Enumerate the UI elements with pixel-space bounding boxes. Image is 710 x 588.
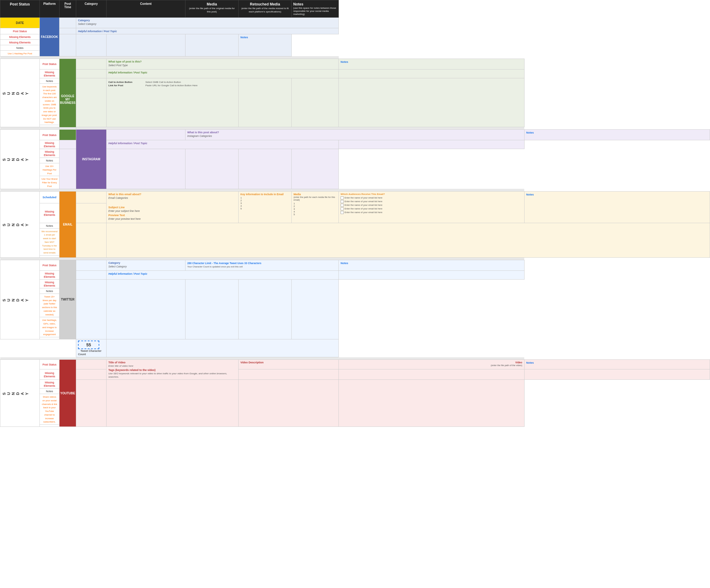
yt-notes-2[interactable]: [524, 370, 710, 380]
email-missing-cell: Missing Elements: [40, 204, 60, 223]
email-notes-top[interactable]: Notes: [524, 191, 710, 223]
fb-media-area[interactable]: [106, 34, 186, 56]
ig-time2[interactable]: [60, 140, 76, 149]
audience-row-5: Enter the name of your email list here: [340, 211, 522, 214]
fb-post-time[interactable]: [60, 18, 76, 28]
audience-row-4: Enter the name of your email list here: [340, 207, 522, 210]
fb-missing1-cell: Missing Elements: [0, 34, 40, 40]
gmb-notes-label-cell: Notes: [40, 78, 60, 84]
fb-retouched-area[interactable]: [186, 34, 239, 56]
spacer-3: [0, 189, 710, 191]
ig-missing1-cell: Missing Elements: [40, 140, 60, 149]
tw-missing2-row: Missing Elements: [0, 279, 710, 288]
divider-5: [0, 357, 524, 360]
divider-2: [0, 127, 524, 130]
tw-retouched[interactable]: [239, 279, 292, 339]
header-media: Media (enter the file path of the origin…: [186, 0, 239, 18]
gmb-time2[interactable]: [76, 69, 106, 78]
tw-category: Category Select Category: [106, 260, 186, 271]
yt-desc-cont[interactable]: [239, 370, 339, 380]
ig-retouched[interactable]: [239, 149, 292, 189]
fb-post-status-cell: Post Status: [0, 28, 40, 34]
tw-notes-2[interactable]: [339, 271, 524, 279]
audience-checkbox-2[interactable]: [340, 200, 344, 203]
gmb-post-time[interactable]: [76, 58, 106, 69]
gmb-time3[interactable]: [76, 78, 106, 127]
gmb-notes-2[interactable]: [339, 69, 524, 78]
tw-notetext2-cell: Use hashtags, GIFs, video, and images to…: [40, 317, 60, 337]
email-time1[interactable]: [76, 191, 106, 204]
email-time3[interactable]: [76, 223, 106, 257]
youtube-section: SUNDAY Post Status YOUTUBE Title of Vide…: [0, 360, 710, 370]
email-audience: Which Audiences Receive This Email? Ente…: [339, 191, 524, 223]
ig-notes-2[interactable]: [339, 140, 524, 149]
gmb-notes-top[interactable]: Notes: [339, 58, 524, 69]
yt-notetext-cell: Share videos on your social channels & l…: [40, 394, 60, 425]
ig-time1[interactable]: [106, 130, 186, 140]
twitter-status-cell: Post Status: [40, 260, 60, 271]
tw-time3[interactable]: [76, 279, 106, 339]
tw-char-limit: 280 Character Limit - The Average Tweet …: [186, 260, 339, 271]
yt-notes-cell: Notes: [40, 389, 60, 394]
tw-content[interactable]: [106, 279, 186, 339]
email-extra[interactable]: [106, 223, 710, 257]
yt-time1[interactable]: [76, 360, 106, 370]
tw-notes-top[interactable]: Notes: [339, 260, 524, 271]
tw-notes-area[interactable]: [292, 279, 339, 339]
tw-time2[interactable]: [76, 271, 106, 279]
email-section: SUNDAY Scheduled EMAIL What is this emai…: [0, 191, 710, 204]
yt-video-desc: Video Description: [239, 360, 339, 370]
gmb-post-type: What type of post is this? Select Post T…: [106, 58, 339, 69]
fb-notes-area[interactable]: Notes: [239, 34, 292, 56]
yt-notes-area[interactable]: [339, 380, 524, 427]
ig-media[interactable]: [186, 149, 239, 189]
tw-count-spacer1: [0, 339, 40, 357]
tw-helpful: Helpful Information / Post Topic: [106, 271, 339, 279]
fb-content-area[interactable]: [76, 34, 106, 56]
gmb-media[interactable]: [239, 78, 292, 127]
yt-notes-top[interactable]: Notes: [524, 360, 710, 370]
ig-notes-top[interactable]: Notes: [524, 130, 710, 140]
fb-post-time2[interactable]: [60, 28, 76, 34]
divider-3: [0, 189, 524, 191]
gmb-section: SUNDAY Post Status GOOGLE MY BUSINESS Wh…: [0, 58, 710, 69]
audience-checkbox-5[interactable]: [340, 211, 344, 214]
yt-missing2-row: Missing Elements: [0, 380, 710, 389]
platform-email: EMAIL: [60, 191, 76, 257]
tw-count-extra[interactable]: [106, 339, 339, 357]
yt-file-cont[interactable]: [339, 370, 524, 380]
audience-checkbox-1[interactable]: [340, 196, 344, 199]
ig-time3[interactable]: [60, 149, 76, 189]
fb-time-span[interactable]: [60, 34, 76, 56]
twitter-day-cell: SUNDAY: [0, 260, 40, 339]
audience-row-1: Enter the name of your email list here: [340, 196, 522, 199]
tw-media[interactable]: [186, 279, 239, 339]
tw-missing1-cell: Missing Elements: [40, 271, 60, 279]
header-row: Post Status Platform Post Time Category …: [0, 0, 710, 18]
tw-notes-cell: Notes: [40, 288, 60, 293]
tw-time1[interactable]: [76, 260, 106, 271]
email-media-area: Media (enter the path for each media fil…: [292, 191, 339, 223]
instagram-section: SUNDAY Post Status INSTAGRAM What is thi…: [0, 130, 710, 140]
facebook-missing1-row: Missing Elements Notes: [0, 34, 710, 40]
gmb-retouched[interactable]: [292, 78, 339, 127]
platform-youtube: YOUTUBE: [60, 360, 76, 427]
yt-media[interactable]: [239, 380, 339, 427]
header-retouched: Retouched Media (enter the file path of …: [239, 0, 292, 18]
tw-count-display-row: 55 Tweet Character Count: [0, 339, 710, 357]
yt-time3[interactable]: [76, 380, 106, 427]
platform-facebook: FACEBOOK: [40, 18, 60, 56]
audience-checkbox-3[interactable]: [340, 204, 344, 207]
gmb-notetext-cell: Use keywords in each post. The first 100…: [40, 84, 60, 125]
tweet-count-display: 55: [78, 340, 99, 349]
audience-row-2: Enter the name of your email list here: [340, 200, 522, 203]
yt-extra-cell: [40, 425, 60, 427]
ig-content[interactable]: [106, 149, 186, 189]
email-time2[interactable]: [76, 204, 106, 223]
yt-content[interactable]: [106, 380, 239, 427]
audience-checkbox-4[interactable]: [340, 207, 344, 210]
yt-time2[interactable]: [76, 370, 106, 380]
gmb-notes-area[interactable]: [339, 78, 524, 127]
ig-notes-area[interactable]: [292, 149, 339, 189]
gmb-notes-row: Notes Call to Action Button Select GMB C…: [0, 78, 710, 84]
